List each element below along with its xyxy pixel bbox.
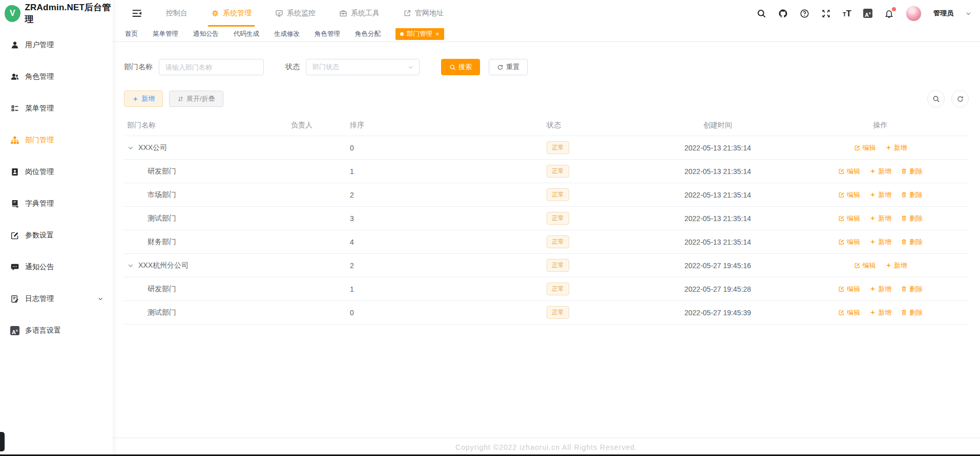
search-icon[interactable] — [757, 9, 766, 18]
created-value: 2022-05-27 19:45:39 — [684, 309, 751, 317]
created-cell: 2022-05-13 21:35:14 — [643, 144, 792, 152]
table-row: XXX公司0正常2022-05-13 21:35:14编辑新增 — [124, 136, 969, 160]
add-link[interactable]: 新增 — [869, 214, 891, 223]
dept-name: 测试部门 — [148, 308, 176, 317]
sort-value: 2 — [350, 191, 354, 199]
user-avatar[interactable] — [906, 6, 922, 21]
tree-expand-icon[interactable] — [127, 262, 134, 269]
toolbox-icon — [339, 9, 347, 17]
sidebar-item-label: 部门管理 — [25, 136, 54, 145]
add-link[interactable]: 新增 — [885, 261, 907, 270]
show-search-button[interactable] — [927, 90, 945, 107]
status-select[interactable]: 部门状态 — [306, 59, 420, 75]
trash-icon — [901, 238, 907, 245]
sidebar-fold-icon[interactable] — [131, 8, 142, 19]
add-link[interactable]: 新增 — [885, 143, 907, 153]
edit-link[interactable]: 编辑 — [838, 190, 860, 200]
delete-link[interactable]: 删除 — [901, 167, 923, 176]
edit-link[interactable]: 编辑 — [838, 214, 860, 223]
notification-bell-icon[interactable] — [884, 9, 894, 18]
add-link[interactable]: 新增 — [869, 190, 891, 200]
refresh-table-button[interactable] — [951, 90, 969, 107]
edit-link[interactable]: 编辑 — [838, 167, 860, 176]
tree-expand-icon[interactable] — [127, 144, 134, 151]
sidebar-item-6[interactable]: 字典管理 — [0, 188, 113, 220]
sidebar-item-2[interactable]: 角色管理 — [0, 61, 113, 93]
sort-cell: 3 — [347, 214, 544, 223]
sort-cell: 2 — [347, 262, 544, 270]
edit-link[interactable]: 编辑 — [838, 237, 860, 247]
translate-icon[interactable]: Ax — [863, 9, 872, 18]
delete-link[interactable]: 删除 — [901, 237, 923, 247]
sidebar-item-label: 岗位管理 — [25, 167, 54, 177]
expand-collapse-button[interactable]: 展开/折叠 — [169, 91, 223, 107]
sidebar-item-1[interactable]: 用户管理 — [0, 29, 113, 61]
app-logo[interactable]: V ZRAdmin.NET后台管理 — [0, 0, 113, 27]
sidebar-scrollbar-thumb[interactable] — [0, 432, 5, 451]
add-link-label: 新增 — [878, 308, 891, 317]
fullscreen-icon[interactable] — [821, 9, 831, 18]
tab-6[interactable]: 角色管理 — [315, 30, 340, 38]
topnav-item-4[interactable]: 系统工具 — [339, 0, 380, 27]
column-header-label: 部门名称 — [127, 121, 156, 130]
chevron-down-icon — [97, 296, 103, 302]
sidebar-item-4[interactable]: 部门管理 — [0, 124, 113, 156]
topnav-item-2[interactable]: 系统管理 — [211, 0, 252, 27]
search-button[interactable]: 搜索 — [441, 59, 480, 75]
edit-link[interactable]: 编辑 — [838, 308, 860, 317]
add-link[interactable]: 新增 — [869, 285, 891, 294]
tab-8[interactable]: 部门管理× — [395, 28, 444, 40]
tab-4[interactable]: 代码生成 — [234, 30, 259, 38]
announcement-icon — [10, 263, 19, 272]
status-badge: 正常 — [547, 188, 569, 201]
sidebar-item-3[interactable]: 菜单管理 — [0, 93, 113, 124]
topnav-item-5[interactable]: 官网地址 — [403, 0, 444, 27]
created-value: 2022-05-13 21:35:14 — [684, 167, 751, 176]
tab-5[interactable]: 生成修改 — [274, 30, 300, 38]
dictionary-icon — [10, 199, 19, 208]
topnav-item-3[interactable]: 系统监控 — [275, 0, 316, 27]
status-cell: 正常 — [544, 283, 643, 295]
delete-link[interactable]: 删除 — [901, 308, 923, 317]
user-icon — [10, 40, 19, 50]
delete-link[interactable]: 删除 — [901, 214, 923, 223]
status-cell: 正常 — [544, 188, 643, 201]
column-header: 状态 — [544, 121, 643, 130]
column-header-label: 排序 — [350, 121, 364, 129]
tab-3[interactable]: 通知公告 — [193, 30, 219, 38]
add-link[interactable]: 新增 — [869, 237, 891, 247]
edit-icon — [838, 286, 845, 292]
table-toolbar: 新增 展开/折叠 — [124, 90, 969, 107]
sidebar-item-5[interactable]: 岗位管理 — [0, 156, 113, 188]
delete-link[interactable]: 删除 — [901, 190, 923, 200]
sidebar-item-7[interactable]: 参数设置 — [0, 220, 113, 251]
font-size-icon[interactable]: TT — [843, 9, 851, 18]
close-icon[interactable]: × — [435, 31, 440, 37]
add-department-button[interactable]: 新增 — [124, 91, 163, 107]
github-icon[interactable] — [778, 9, 788, 18]
dept-name: 研发部门 — [148, 285, 176, 294]
sidebar-item-9[interactable]: 日志管理 — [0, 283, 113, 315]
table-row: 市场部门2正常2022-05-13 21:35:14编辑新增删除 — [124, 183, 969, 207]
reset-button[interactable]: 重置 — [489, 59, 528, 75]
user-menu-caret-icon[interactable] — [965, 10, 972, 17]
sidebar-item-8[interactable]: 通知公告 — [0, 251, 113, 283]
dept-name-input[interactable] — [159, 59, 264, 75]
edit-square-icon — [10, 231, 19, 240]
tab-7[interactable]: 角色分配 — [355, 30, 381, 38]
topnav-item-1[interactable]: 控制台 — [166, 0, 187, 27]
add-link[interactable]: 新增 — [869, 308, 891, 317]
edit-link[interactable]: 编辑 — [854, 143, 876, 153]
status-cell: 正常 — [544, 165, 643, 178]
help-icon[interactable] — [800, 9, 809, 18]
delete-link[interactable]: 删除 — [901, 285, 923, 294]
tab-2[interactable]: 菜单管理 — [153, 30, 178, 38]
ops-cell: 编辑新增删除 — [792, 285, 969, 294]
tab-1[interactable]: 首页 — [125, 30, 138, 38]
sort-value: 3 — [350, 214, 354, 223]
edit-link[interactable]: 编辑 — [854, 261, 876, 270]
sidebar-item-10[interactable]: Ax多语言设置 — [0, 315, 113, 346]
add-link[interactable]: 新增 — [869, 167, 891, 176]
edit-link[interactable]: 编辑 — [838, 285, 860, 294]
user-name[interactable]: 管理员 — [933, 9, 953, 18]
